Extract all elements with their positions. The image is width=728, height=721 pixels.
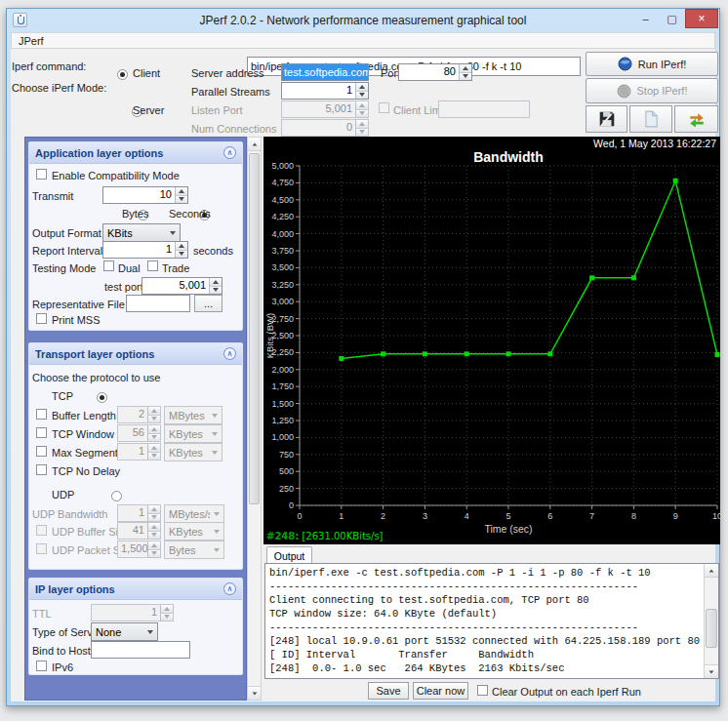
ttl-label: TTL	[32, 608, 52, 620]
udp-bandwidth-unit-dropdown: MBytes/sec	[164, 504, 224, 523]
svg-text:3,750: 3,750	[271, 246, 294, 256]
svg-text:0: 0	[297, 511, 302, 521]
svg-text:250: 250	[279, 484, 294, 494]
ip-layer-header[interactable]: IP layer options ∧	[29, 579, 242, 600]
run-globe-icon	[618, 57, 632, 71]
tos-dropdown[interactable]: None	[91, 622, 158, 641]
save-config-button[interactable]	[586, 105, 627, 133]
print-mss-checkbox[interactable]	[36, 313, 47, 324]
ipv6-label[interactable]: IPv6	[52, 661, 73, 673]
output-text[interactable]: bin/iperf.exe -c test.softpedia.com -P 1…	[269, 566, 701, 676]
test-port-spinner[interactable]: 5,001	[142, 277, 222, 295]
svg-text:10: 10	[712, 511, 720, 521]
window-title: JPerf 2.0.2 - Network performance measur…	[7, 14, 719, 27]
compat-mode-checkbox[interactable]	[36, 169, 47, 180]
scrollbar-thumb[interactable]	[706, 609, 717, 648]
ipv6-checkbox[interactable]	[36, 661, 47, 671]
output-format-dropdown[interactable]: KBits	[102, 223, 181, 242]
bytes-radio-label[interactable]: Bytes	[122, 208, 149, 220]
scroll-up-arrow[interactable]	[705, 564, 718, 578]
max-segment-checkbox[interactable]	[36, 446, 47, 457]
clear-now-button[interactable]: Clear now	[413, 682, 468, 700]
transmit-label: Transmit	[32, 190, 73, 202]
scroll-down-arrow[interactable]	[705, 664, 718, 678]
svg-text:0: 0	[289, 501, 294, 510]
udp-buffer-unit-dropdown: KBytes	[164, 522, 224, 541]
scroll-down-arrow[interactable]	[248, 686, 261, 700]
ttl-spinner: 1	[91, 604, 174, 621]
client-limit-field	[438, 100, 530, 118]
svg-text:1,500: 1,500	[271, 399, 294, 409]
compat-mode-label[interactable]: Enable Compatibility Mode	[52, 170, 180, 181]
svg-text:6: 6	[547, 511, 552, 521]
save-output-button[interactable]: Save	[368, 682, 409, 700]
scrollbar-thumb[interactable]	[249, 153, 260, 504]
num-connections-label: Num Connections	[191, 123, 276, 135]
menu-jperf[interactable]: JPerf	[12, 35, 51, 47]
port-spinner[interactable]: 80	[398, 63, 472, 81]
udp-buffer-spinner: 41	[117, 522, 161, 540]
collapse-icon[interactable]: ∧	[223, 347, 236, 360]
svg-text:500: 500	[279, 466, 294, 476]
refresh-arrows-icon	[688, 111, 706, 127]
collapse-icon[interactable]: ∧	[223, 146, 236, 159]
output-format-label: Output Format	[32, 227, 101, 239]
iperf-command-label: Iperf command:	[12, 60, 86, 72]
dual-label[interactable]: Dual	[118, 262, 141, 274]
dual-checkbox[interactable]	[103, 260, 114, 271]
maximize-button[interactable]: ▢	[659, 9, 685, 28]
udp-packet-checkbox	[36, 543, 47, 554]
document-icon	[643, 110, 659, 128]
print-mss-label[interactable]: Print MSS	[52, 314, 101, 326]
jperf-window: JPerf 2.0.2 - Network performance measur…	[0, 0, 728, 721]
transport-layer-header[interactable]: Transport layer options ∧	[29, 343, 242, 365]
chart-timestamp: Wed, 1 May 2013 16:22:27	[593, 138, 716, 149]
svg-text:750: 750	[279, 450, 294, 460]
server-radio-label[interactable]: Server	[133, 104, 164, 116]
svg-text:5: 5	[506, 511, 510, 521]
tcp-no-delay-label[interactable]: TCP No Delay	[52, 465, 120, 477]
clear-output-label[interactable]: Clear Output on each Iperf Run	[492, 686, 641, 698]
scroll-up-arrow[interactable]	[248, 138, 261, 151]
svg-text:4: 4	[465, 511, 469, 521]
tcp-no-delay-checkbox[interactable]	[36, 464, 47, 475]
refresh-button[interactable]	[674, 105, 718, 133]
representative-file-label: Representative File	[32, 299, 125, 310]
tcp-window-checkbox[interactable]	[36, 427, 47, 438]
seconds-radio-label[interactable]: Seconds	[169, 208, 211, 220]
output-tab[interactable]: Output	[266, 546, 312, 564]
buffer-length-checkbox[interactable]	[36, 409, 47, 420]
server-address-field[interactable]: test.softpedia.com	[281, 63, 369, 81]
clear-output-checkbox[interactable]	[477, 685, 488, 696]
close-button[interactable]: ×	[685, 9, 718, 28]
restore-defaults-button[interactable]	[629, 105, 672, 133]
output-scrollbar[interactable]	[704, 564, 718, 678]
transmit-spinner[interactable]: 10	[102, 186, 188, 204]
udp-bandwidth-label: UDP Bandwidth	[32, 508, 107, 520]
svg-text:8: 8	[631, 511, 636, 521]
report-interval-spinner[interactable]: 1	[102, 241, 188, 259]
collapse-icon[interactable]: ∧	[223, 582, 236, 595]
trade-label[interactable]: Trade	[162, 262, 189, 274]
svg-text:1,750: 1,750	[271, 381, 294, 391]
report-interval-label: Report Interval	[32, 245, 102, 257]
trade-checkbox[interactable]	[147, 260, 158, 271]
udp-radio-label[interactable]: UDP	[52, 489, 74, 501]
minimize-button[interactable]: –	[632, 9, 659, 28]
tcp-radio[interactable]	[97, 392, 107, 403]
client-radio-label[interactable]: Client	[133, 67, 160, 79]
svg-text:4,500: 4,500	[271, 195, 294, 205]
title-bar[interactable]: JPerf 2.0.2 - Network performance measur…	[7, 9, 719, 32]
mode-label: Choose iPerf Mode:	[12, 82, 106, 94]
options-scrollbar[interactable]	[247, 137, 262, 701]
tcp-radio-label[interactable]: TCP	[52, 390, 73, 402]
browse-button[interactable]: ...	[194, 295, 222, 312]
run-iperf-button[interactable]: Run IPerf!	[586, 52, 718, 76]
representative-file-field[interactable]	[126, 295, 190, 312]
parallel-streams-spinner[interactable]: 1	[281, 82, 369, 100]
application-layer-header[interactable]: Application layer options ∧	[29, 142, 242, 164]
client-radio[interactable]	[117, 69, 128, 80]
bind-host-field[interactable]	[91, 641, 190, 659]
parallel-streams-label: Parallel Streams	[191, 86, 270, 98]
buffer-length-label[interactable]: Buffer Length	[52, 410, 116, 421]
